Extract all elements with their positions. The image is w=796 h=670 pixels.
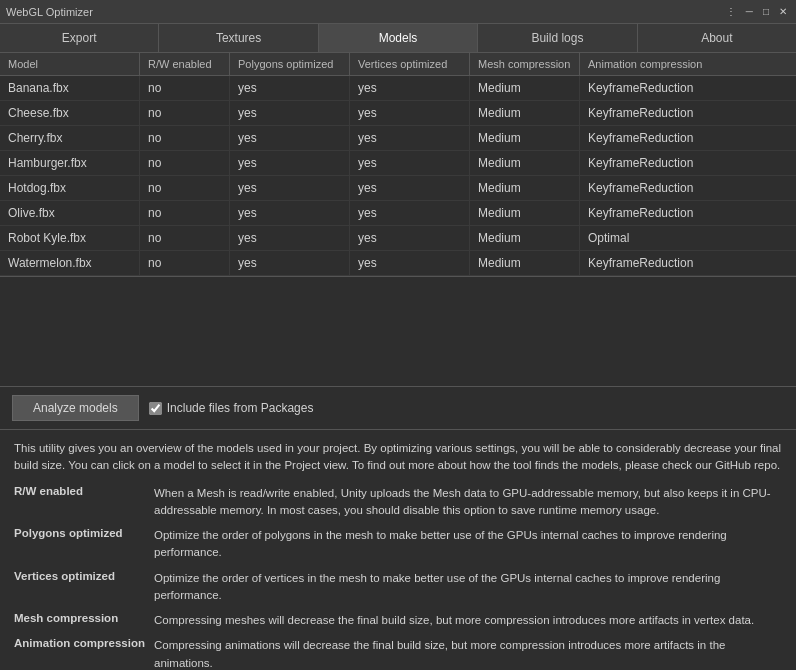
col-mesh: Mesh compression bbox=[470, 53, 580, 75]
table-cell: yes bbox=[350, 76, 470, 100]
info-section: This utility gives you an overview of th… bbox=[0, 430, 796, 670]
table-cell: no bbox=[140, 76, 230, 100]
info-item-label: Polygons optimized bbox=[14, 527, 154, 539]
app-title: WebGL Optimizer bbox=[6, 6, 93, 18]
packages-checkbox-label[interactable]: Include files from Packages bbox=[149, 401, 314, 415]
table-cell: yes bbox=[350, 201, 470, 225]
info-item-label: Animation compression bbox=[14, 637, 154, 649]
table-cell: Banana.fbx bbox=[0, 76, 140, 100]
packages-checkbox-text: Include files from Packages bbox=[167, 401, 314, 415]
table-cell: Medium bbox=[470, 251, 580, 275]
table-cell: Robot Kyle.fbx bbox=[0, 226, 140, 250]
col-vertices: Vertices optimized bbox=[350, 53, 470, 75]
col-rw: R/W enabled bbox=[140, 53, 230, 75]
col-model: Model bbox=[0, 53, 140, 75]
table-cell: yes bbox=[230, 176, 350, 200]
table-row[interactable]: Hamburger.fbxnoyesyesMediumKeyframeReduc… bbox=[0, 151, 796, 176]
table-row[interactable]: Cherry.fbxnoyesyesMediumKeyframeReductio… bbox=[0, 126, 796, 151]
info-row: Mesh compressionCompressing meshes will … bbox=[14, 612, 782, 629]
info-item-desc: Compressing meshes will decrease the fin… bbox=[154, 612, 754, 629]
info-item-desc: Optimize the order of vertices in the me… bbox=[154, 570, 782, 605]
table-row[interactable]: Watermelon.fbxnoyesyesMediumKeyframeRedu… bbox=[0, 251, 796, 276]
info-item-desc: Optimize the order of polygons in the me… bbox=[154, 527, 782, 562]
table-cell: KeyframeReduction bbox=[580, 201, 796, 225]
table-cell: Medium bbox=[470, 176, 580, 200]
info-item-label: Vertices optimized bbox=[14, 570, 154, 582]
table-cell: yes bbox=[230, 151, 350, 175]
table-cell: Cherry.fbx bbox=[0, 126, 140, 150]
table-cell: KeyframeReduction bbox=[580, 151, 796, 175]
table-cell: no bbox=[140, 251, 230, 275]
info-row: Polygons optimizedOptimize the order of … bbox=[14, 527, 782, 562]
table-empty-area bbox=[0, 277, 796, 387]
table-cell: yes bbox=[230, 201, 350, 225]
table-cell: yes bbox=[230, 226, 350, 250]
analyze-bar: Analyze models Include files from Packag… bbox=[0, 387, 796, 430]
table-body: Banana.fbxnoyesyesMediumKeyframeReductio… bbox=[0, 76, 796, 276]
info-item-label: R/W enabled bbox=[14, 485, 154, 497]
table-header: Model R/W enabled Polygons optimized Ver… bbox=[0, 53, 796, 76]
table-cell: yes bbox=[350, 226, 470, 250]
table-cell: KeyframeReduction bbox=[580, 76, 796, 100]
tab-bar: Export Textures Models Build logs About bbox=[0, 24, 796, 53]
table-cell: Hamburger.fbx bbox=[0, 151, 140, 175]
tab-models[interactable]: Models bbox=[319, 24, 478, 52]
close-button[interactable]: ✕ bbox=[776, 6, 790, 17]
minimize-button[interactable]: ─ bbox=[743, 6, 756, 17]
table-cell: yes bbox=[230, 251, 350, 275]
info-row: Vertices optimizedOptimize the order of … bbox=[14, 570, 782, 605]
table-cell: no bbox=[140, 201, 230, 225]
table-cell: KeyframeReduction bbox=[580, 126, 796, 150]
table-cell: Medium bbox=[470, 151, 580, 175]
table-cell: no bbox=[140, 226, 230, 250]
table-row[interactable]: Robot Kyle.fbxnoyesyesMediumOptimal bbox=[0, 226, 796, 251]
table-row[interactable]: Olive.fbxnoyesyesMediumKeyframeReduction bbox=[0, 201, 796, 226]
table-row[interactable]: Cheese.fbxnoyesyesMediumKeyframeReductio… bbox=[0, 101, 796, 126]
table-cell: yes bbox=[350, 251, 470, 275]
table-cell: Medium bbox=[470, 226, 580, 250]
table-cell: KeyframeReduction bbox=[580, 101, 796, 125]
info-row: R/W enabledWhen a Mesh is read/write ena… bbox=[14, 485, 782, 520]
info-description: This utility gives you an overview of th… bbox=[14, 440, 782, 475]
table-cell: Optimal bbox=[580, 226, 796, 250]
col-animation: Animation compression bbox=[580, 53, 796, 75]
table-cell: yes bbox=[230, 126, 350, 150]
table-cell: KeyframeReduction bbox=[580, 176, 796, 200]
table-cell: yes bbox=[350, 101, 470, 125]
maximize-button[interactable]: □ bbox=[760, 6, 772, 17]
packages-checkbox[interactable] bbox=[149, 402, 162, 415]
table-cell: Watermelon.fbx bbox=[0, 251, 140, 275]
table-cell: Medium bbox=[470, 101, 580, 125]
table-cell: yes bbox=[350, 126, 470, 150]
table-cell: Medium bbox=[470, 126, 580, 150]
info-item-desc: When a Mesh is read/write enabled, Unity… bbox=[154, 485, 782, 520]
info-item-desc: Compressing animations will decrease the… bbox=[154, 637, 782, 670]
table-cell: yes bbox=[230, 101, 350, 125]
col-polygons: Polygons optimized bbox=[230, 53, 350, 75]
table-cell: KeyframeReduction bbox=[580, 251, 796, 275]
tab-about[interactable]: About bbox=[638, 24, 796, 52]
info-item-label: Mesh compression bbox=[14, 612, 154, 624]
tab-buildlogs[interactable]: Build logs bbox=[478, 24, 637, 52]
window-controls: ⋮ ─ □ ✕ bbox=[723, 6, 790, 17]
models-table-container: Model R/W enabled Polygons optimized Ver… bbox=[0, 53, 796, 277]
table-cell: Medium bbox=[470, 76, 580, 100]
menu-button[interactable]: ⋮ bbox=[723, 6, 739, 17]
table-cell: Medium bbox=[470, 201, 580, 225]
table-cell: yes bbox=[350, 151, 470, 175]
info-row: Animation compressionCompressing animati… bbox=[14, 637, 782, 670]
table-cell: no bbox=[140, 151, 230, 175]
tab-textures[interactable]: Textures bbox=[159, 24, 318, 52]
table-cell: no bbox=[140, 176, 230, 200]
table-cell: Olive.fbx bbox=[0, 201, 140, 225]
table-row[interactable]: Hotdog.fbxnoyesyesMediumKeyframeReductio… bbox=[0, 176, 796, 201]
analyze-button[interactable]: Analyze models bbox=[12, 395, 139, 421]
title-bar: WebGL Optimizer ⋮ ─ □ ✕ bbox=[0, 0, 796, 24]
table-cell: Cheese.fbx bbox=[0, 101, 140, 125]
table-cell: yes bbox=[230, 76, 350, 100]
table-row[interactable]: Banana.fbxnoyesyesMediumKeyframeReductio… bbox=[0, 76, 796, 101]
tab-export[interactable]: Export bbox=[0, 24, 159, 52]
table-cell: no bbox=[140, 126, 230, 150]
table-cell: yes bbox=[350, 176, 470, 200]
table-cell: Hotdog.fbx bbox=[0, 176, 140, 200]
